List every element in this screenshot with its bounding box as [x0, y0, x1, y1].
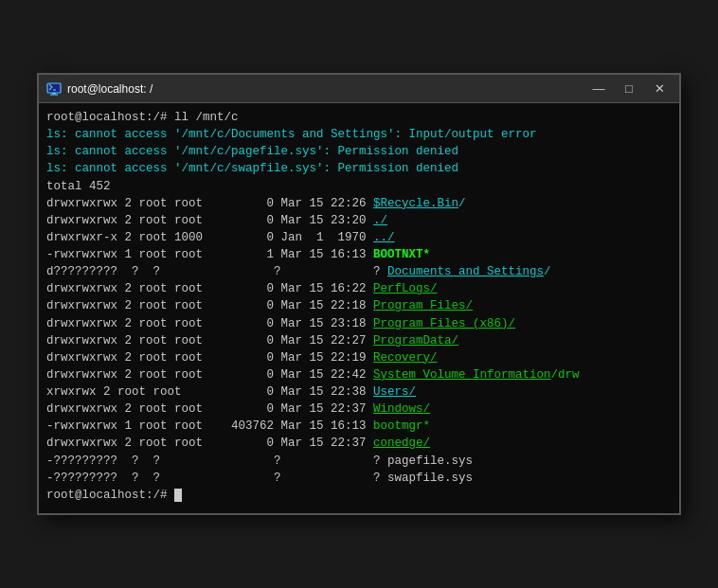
- minimize-button[interactable]: —: [586, 80, 611, 98]
- window-controls: — □ ✕: [586, 80, 672, 98]
- terminal-output: root@localhost:/# ll /mnt/c ls: cannot a…: [46, 109, 672, 504]
- close-button[interactable]: ✕: [647, 80, 672, 98]
- window-title: root@localhost: /: [67, 82, 586, 96]
- terminal-icon: [46, 81, 62, 97]
- maximize-button[interactable]: □: [617, 80, 641, 98]
- terminal-window: root@localhost: / — □ ✕ root@localhost:/…: [37, 73, 681, 515]
- terminal-body[interactable]: root@localhost:/# ll /mnt/c ls: cannot a…: [39, 103, 679, 513]
- titlebar: root@localhost: / — □ ✕: [39, 75, 679, 103]
- svg-rect-2: [52, 93, 56, 95]
